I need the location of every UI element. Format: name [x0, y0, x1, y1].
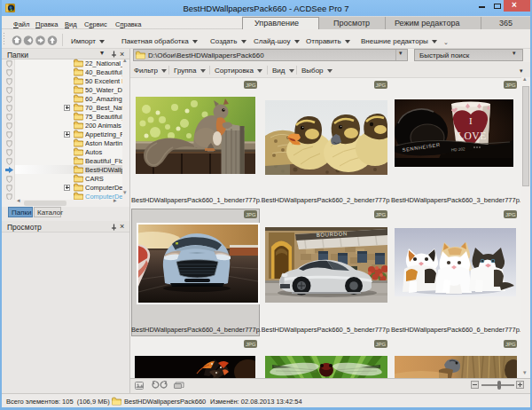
svg-text:LOVE: LOVE [458, 130, 487, 141]
svg-text:I: I [469, 115, 473, 126]
